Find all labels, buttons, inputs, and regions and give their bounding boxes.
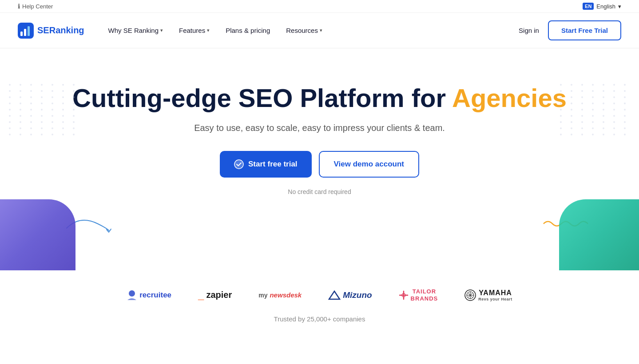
info-icon: ℹ — [18, 3, 20, 10]
chevron-down-icon: ▾ — [160, 28, 163, 33]
mizuno-logo: Mizuno — [328, 290, 372, 300]
check-circle-icon — [234, 159, 244, 169]
start-free-trial-button[interactable]: Start Free Trial — [548, 20, 621, 40]
nav-item-resources[interactable]: Resources ▾ — [280, 23, 329, 38]
chevron-down-icon: ▾ — [207, 28, 210, 33]
sign-in-button[interactable]: Sign in — [519, 27, 539, 34]
tailorbrands-logo: TAILOR BRANDS — [399, 288, 438, 302]
nav-label-why: Why SE Ranking — [108, 27, 159, 34]
svg-rect-2 — [24, 29, 26, 36]
view-demo-label: View demo account — [334, 160, 404, 169]
navbar: SERanking Why SE Ranking ▾ Features ▾ Pl… — [0, 13, 639, 48]
hero-subtitle: Easy to use, easy to scale, easy to impr… — [18, 123, 621, 133]
nav-right: Sign in Start Free Trial — [519, 20, 621, 40]
hero-buttons: Start free trial View demo account — [18, 151, 621, 178]
nav-label-features: Features — [179, 27, 205, 34]
zapier-label: zapier — [206, 290, 232, 300]
yamaha-label-block: YAMAHA Revs your Heart — [478, 289, 512, 302]
start-free-trial-label: Start free trial — [248, 160, 298, 169]
language-selector[interactable]: EN English ▾ — [583, 3, 621, 10]
chevron-down-icon: ▾ — [320, 28, 322, 33]
recruitee-logo: recruitee — [127, 290, 171, 300]
hero-title-accent: Agencies — [452, 83, 567, 112]
yamaha-logo: YAMAHA Revs your Heart — [464, 289, 512, 302]
lang-badge: EN — [583, 3, 594, 10]
svg-point-4 — [234, 160, 243, 169]
top-bar: ℹ Help Center EN English ▾ — [0, 0, 639, 13]
help-center-link[interactable]: ℹ Help Center — [18, 3, 53, 10]
svg-rect-1 — [20, 32, 23, 36]
help-center-label: Help Center — [22, 3, 53, 10]
dots-decoration-right: (function() { var container = document.q… — [560, 84, 630, 135]
no-credit-text: No credit card required — [18, 188, 621, 195]
logo-icon — [18, 23, 34, 39]
hero-title-main: Cutting-edge SEO Platform for — [72, 83, 446, 112]
nav-label-resources: Resources — [286, 27, 318, 34]
dots-decoration-left: (function() { var container = document.q… — [9, 84, 79, 135]
nav-label-pricing: Plans & pricing — [226, 27, 270, 34]
nav-links: Why SE Ranking ▾ Features ▾ Plans & pric… — [102, 23, 519, 38]
my-prefix: my — [258, 292, 267, 299]
logo-text: SERanking — [37, 25, 84, 36]
nav-item-why[interactable]: Why SE Ranking ▾ — [102, 23, 169, 38]
tailorbrands-icon — [399, 290, 409, 300]
bottom-right-shape — [559, 199, 639, 270]
svg-point-5 — [129, 290, 135, 297]
recruitee-icon — [127, 290, 137, 300]
mizuno-icon — [328, 290, 341, 300]
tailorbrands-label: TAILOR BRANDS — [411, 288, 438, 302]
start-free-trial-hero-button[interactable]: Start free trial — [220, 151, 312, 178]
svg-rect-3 — [28, 26, 30, 36]
chevron-down-icon: ▾ — [618, 3, 621, 10]
lang-label: English — [596, 3, 615, 10]
logo[interactable]: SERanking — [18, 23, 84, 39]
company-logos: recruitee _zapier mynewsdesk Mizuno TAIL… — [18, 288, 621, 302]
view-demo-button[interactable]: View demo account — [319, 151, 419, 178]
bottom-left-shape — [0, 199, 75, 270]
mynewsdesk-logo: mynewsdesk — [258, 291, 302, 299]
companies-section: recruitee _zapier mynewsdesk Mizuno TAIL… — [0, 270, 639, 349]
hero-section: (function() { var container = document.q… — [0, 48, 639, 270]
hero-title: Cutting-edge SEO Platform for Agencies — [18, 84, 621, 112]
zapier-logo: _zapier — [198, 289, 232, 301]
nav-item-features[interactable]: Features ▾ — [173, 23, 216, 38]
recruitee-label: recruitee — [139, 291, 171, 300]
nav-item-pricing[interactable]: Plans & pricing — [219, 23, 276, 38]
zapier-underscore: _ — [198, 289, 204, 301]
trusted-text: Trusted by 25,000+ companies — [18, 315, 621, 323]
mizuno-label: Mizuno — [343, 290, 372, 300]
newsdesk-label: newsdesk — [270, 291, 302, 299]
yamaha-icon — [464, 289, 476, 301]
